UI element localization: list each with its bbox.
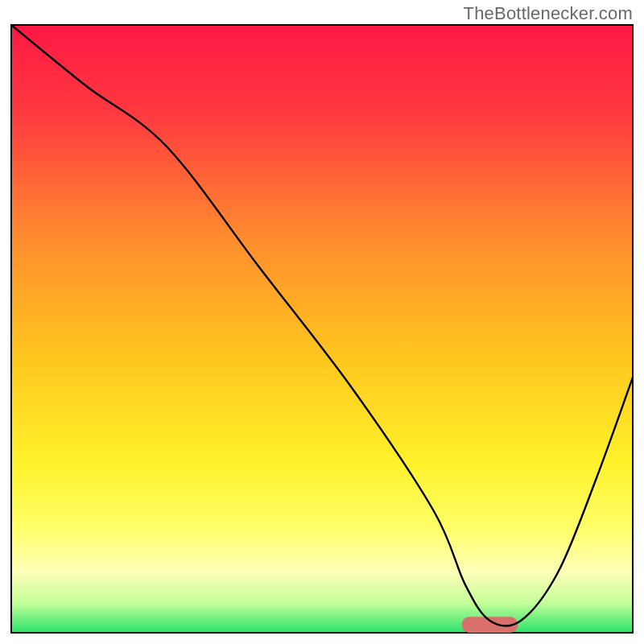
watermark-text: TheBottlenecker.com	[464, 3, 633, 24]
plot-background	[11, 25, 633, 633]
chart-container: TheBottlenecker.com	[0, 0, 644, 644]
bottleneck-chart	[0, 0, 644, 644]
